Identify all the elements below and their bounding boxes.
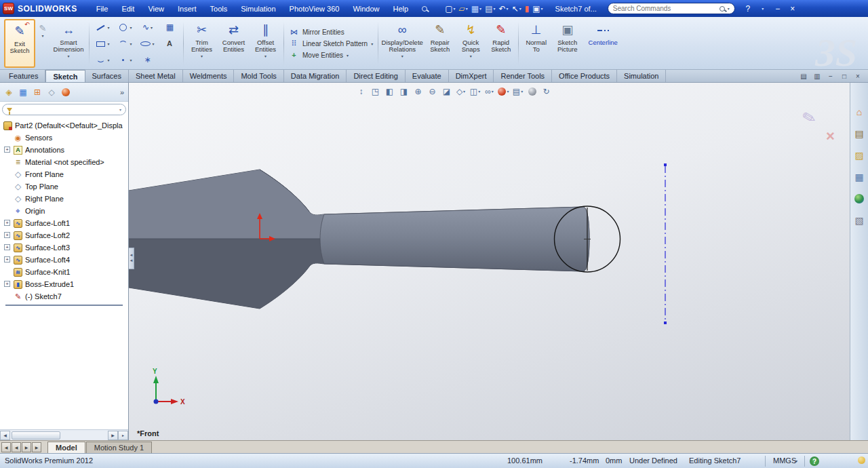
menu-tools[interactable]: Tools (203, 0, 235, 17)
tree-item-surface-loft4[interactable]: ∿ Surface-Loft4 (0, 254, 128, 266)
tree-item-sketch7[interactable]: ✎ (-) Sketch7 (0, 290, 128, 303)
menu-view[interactable]: View (141, 0, 171, 17)
tab-sheet-metal[interactable]: Sheet Metal (129, 70, 183, 82)
tab-surfaces[interactable]: Surfaces (85, 70, 129, 82)
view-cube-left-icon[interactable]: ◧ (384, 85, 395, 97)
expand-icon[interactable] (4, 232, 10, 238)
rotate-view-icon[interactable]: ↻ (540, 85, 552, 97)
model-cylinder-face[interactable] (320, 207, 589, 271)
expand-icon[interactable] (4, 281, 10, 287)
tab-office-products[interactable]: Office Products (552, 70, 617, 82)
help-dropdown-icon[interactable]: ▾ (755, 2, 770, 15)
dock-left-icon[interactable]: ▤ (799, 73, 808, 80)
configuration-manager-tab-icon[interactable]: ⊞ (32, 87, 43, 98)
doc-minimize-button[interactable]: − (826, 73, 835, 80)
offset-entities-button[interactable]: ∥ Offset Entities ▾ (250, 19, 281, 68)
next-tab-button[interactable]: ▶ (22, 442, 31, 452)
view-orientation-icon[interactable]: ◇▾ (455, 85, 467, 97)
view-settings-icon[interactable] (526, 85, 538, 97)
apply-scene-icon[interactable]: ▤▾ (512, 85, 524, 97)
tab-motion-study[interactable]: Motion Study 1 (86, 442, 152, 453)
spline-tool-button[interactable]: ∿▾ (136, 19, 159, 35)
tree-item-boss-extrude[interactable]: ▮ Boss-Extrude1 (0, 278, 128, 290)
panel-expand-button[interactable]: ▸ (118, 431, 128, 440)
close-button[interactable]: × (785, 2, 800, 15)
panel-overflow-chevron-icon[interactable]: » (120, 88, 124, 96)
view-cube-front-icon[interactable]: ◳ (370, 85, 381, 97)
menu-edit[interactable]: Edit (115, 0, 141, 17)
solidworks-resources-icon[interactable]: ⌂ (854, 106, 865, 117)
new-document-button[interactable]: ▢▾ (443, 2, 456, 15)
tab-sketch[interactable]: Sketch (45, 70, 85, 82)
section-view-icon[interactable]: ◪ (441, 85, 452, 97)
trim-entities-button[interactable]: ✂ Trim Entities ▾ (186, 19, 218, 68)
last-tab-button[interactable]: ▶ (32, 442, 41, 452)
tab-weldments[interactable]: Weldments (183, 70, 235, 82)
quick-snaps-caret-icon[interactable]: ▾ (470, 54, 472, 58)
trim-caret-icon[interactable]: ▾ (201, 54, 203, 58)
quick-snaps-button[interactable]: ↯ Quick Snaps ▾ (456, 19, 486, 68)
unit-system-caret-icon[interactable]: ▾ (795, 459, 797, 463)
minimize-button[interactable]: − (770, 2, 785, 15)
menubar-pin-icon[interactable] (415, 0, 434, 17)
appearances-scenes-icon[interactable] (854, 193, 865, 204)
search-icon[interactable] (719, 6, 725, 12)
linear-sketch-pattern-button[interactable]: ⠿ Linear Sketch Pattern ▾ (289, 39, 373, 48)
tab-features[interactable]: Features (2, 70, 45, 82)
print-button[interactable]: ▤▾ (484, 2, 496, 15)
tree-item-sensors[interactable]: ◉ Sensors (0, 132, 128, 144)
display-delete-caret-icon[interactable]: ▾ (401, 54, 403, 58)
panel-splitter-handle[interactable]: ◄◄ (129, 248, 134, 269)
three-point-arc-button[interactable]: ▾ (92, 52, 114, 68)
expand-icon[interactable] (4, 220, 10, 226)
exit-sketch-button[interactable]: ✎↶ Exit Sketch (4, 19, 35, 68)
tree-item-front-plane[interactable]: ◇ Front Plane (0, 168, 128, 180)
view-palette-icon[interactable]: ▦ (854, 171, 865, 182)
model-top-facet[interactable] (129, 170, 324, 239)
edit-appearance-icon[interactable]: ▾ (498, 85, 509, 97)
menu-insert[interactable]: Insert (171, 0, 203, 17)
tree-item-right-plane[interactable]: ◇ Right Plane (0, 193, 128, 205)
tree-filter-box[interactable]: ▾ (2, 104, 126, 115)
smart-dimension-button[interactable]: ↔ Smart Dimension ▾ (50, 19, 87, 68)
quick-tips-help-icon[interactable] (810, 456, 819, 466)
rapid-sketch-button[interactable]: ✎ Rapid Sketch (486, 19, 516, 68)
tab-dimxpert[interactable]: DimXpert (449, 70, 494, 82)
smart-dimension-caret-icon[interactable]: ▾ (67, 54, 69, 58)
ellipse-tool-button[interactable]: ▾ (136, 35, 159, 52)
first-tab-button[interactable]: ◀ (1, 442, 11, 452)
mirror-entities-button[interactable]: ⋈ Mirror Entities (289, 28, 373, 37)
menu-file[interactable]: File (90, 0, 115, 17)
filter-caret-icon[interactable]: ▾ (119, 107, 121, 112)
sketch-grid-button[interactable]: ▦ (159, 19, 181, 35)
circle-tool-button[interactable]: ▾ (114, 19, 136, 35)
custom-properties-icon[interactable]: ▧ (854, 214, 865, 226)
design-library-icon[interactable]: ▤ (854, 128, 865, 139)
linear-pattern-caret-icon[interactable]: ▾ (371, 41, 373, 46)
arc-tool-button[interactable]: ▾ (114, 35, 136, 52)
offset-caret-icon[interactable]: ▾ (264, 54, 267, 58)
undo-button[interactable]: ↶▾ (497, 2, 509, 15)
tree-item-annotations[interactable]: Annotations (0, 144, 128, 156)
graphics-viewport[interactable]: Y X ↕ ◳ ◧ ◨ ⊕ ⊖ ◪ ◇▾ ◫▾ ∞▾ ▾ ▤▾ ↻ ✎ × (129, 83, 850, 440)
file-properties-button[interactable]: ▣▾ (531, 2, 544, 15)
display-manager-tab-icon[interactable] (60, 87, 71, 98)
search-commands-box[interactable]: ▾ (608, 3, 735, 14)
doc-close-button[interactable]: × (853, 73, 863, 80)
search-dropdown-icon[interactable]: ▾ (728, 6, 730, 11)
tree-item-surface-loft2[interactable]: ∿ Surface-Loft2 (0, 229, 128, 241)
point-tool-button[interactable]: ▾ (114, 52, 136, 68)
normal-to-button[interactable]: ⊥ Normal To (521, 19, 551, 68)
rollback-bar[interactable] (5, 305, 123, 306)
text-tool-button[interactable] (159, 35, 181, 52)
rectangle-tool-button[interactable]: ▾ (92, 35, 114, 52)
tree-item-material[interactable]: ≡ Material <not specified> (0, 156, 128, 168)
model-bottom-facet[interactable] (129, 239, 324, 309)
file-explorer-icon[interactable]: ▨ (854, 149, 865, 161)
menu-photoview[interactable]: PhotoView 360 (283, 0, 347, 17)
zoom-in-icon[interactable]: ⊕ (412, 85, 424, 97)
tab-direct-editing[interactable]: Direct Editing (347, 70, 405, 82)
construction-geometry-button[interactable]: ∗ (136, 52, 159, 68)
feature-manager-tab-icon[interactable]: ◈ (3, 87, 14, 98)
zoom-fit-icon[interactable]: ↕ (355, 85, 367, 97)
